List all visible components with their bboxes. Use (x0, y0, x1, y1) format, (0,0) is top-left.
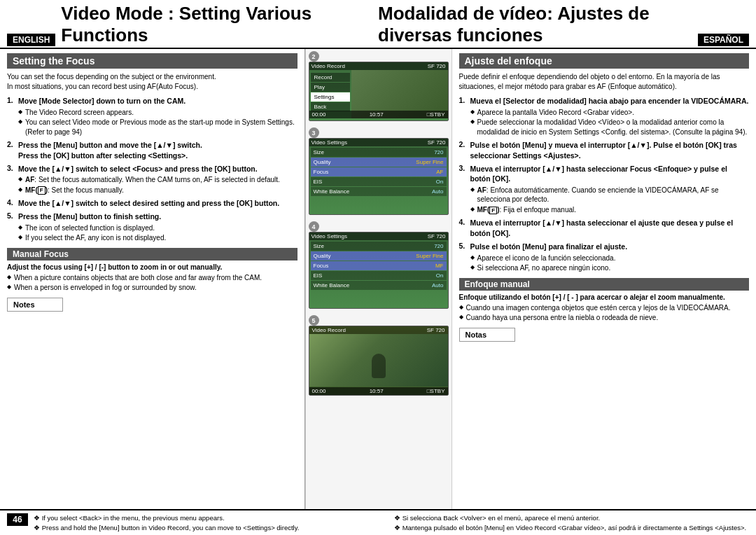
manual-focus-header-right: Enfoque manual (459, 278, 750, 291)
page-number: 46 (7, 513, 28, 526)
manual-focus-bold-right: Enfoque utilizando el botón [+] / [ - ] … (459, 293, 750, 301)
screen-num-5: 5 (309, 315, 319, 326)
manual-focus-left: Manual Focus Adjust the focus using [+] … (7, 248, 298, 293)
lang-tag-english: ENGLISH (7, 34, 55, 46)
screen4-top: Video Settings SF 720 (309, 232, 448, 240)
screen2-top: Video Record SF 720 (309, 62, 448, 70)
left-step-5: 5. Press the [Menu] button to finish set… (7, 211, 298, 244)
right-step-3: 3. Mueva el interruptor [▲/▼] hasta sele… (459, 164, 750, 216)
three-col-layout: Setting the Focus You can set the focus … (0, 49, 756, 509)
right-intro: Puede definir el enfoque dependiendo del… (459, 72, 750, 92)
screen-3-wrapper: 3 Video Settings SF 720 Size720 QualityS… (309, 127, 449, 215)
screen3-rows: Size720 QualitySuper Fine FocusAF EISOn … (309, 146, 448, 197)
right-step-1: 1. Mueva el [Selector de modalidad] haci… (459, 96, 750, 137)
screen5-bottom: 00:00 10:57 □STBY (309, 387, 448, 395)
screen-num-4: 4 (309, 221, 319, 232)
title-left: Video Mode : Setting Various Functions (61, 3, 378, 46)
screen3-top: Video Settings SF 720 (309, 139, 448, 146)
screen5-top: Video Record SF 720 (309, 326, 448, 334)
left-step-2: 2. Press the [Menu] button and move the … (7, 140, 298, 160)
middle-column: 2 Video Record SF 720 Record Play Settin… (305, 49, 452, 509)
footer-text-left: ❖ If you select <Back> in the menu, the … (34, 513, 388, 532)
header-left: ENGLISH Video Mode : Setting Various Fun… (7, 3, 378, 46)
lang-tag-espanol: ESPAÑOL (698, 34, 749, 46)
screen-5-wrapper: 5 Video Record SF 720 00:00 10:57 □STBY (309, 314, 449, 396)
screen-3-settings: Video Settings SF 720 Size720 QualitySup… (309, 138, 449, 215)
left-step-4: 4. Move the [▲/▼] switch to select desir… (7, 198, 298, 209)
screen-2-menu: Video Record SF 720 Record Play Settings… (309, 62, 449, 121)
right-step-4: 4. Mueva el interruptor [▲/▼] hasta sele… (459, 218, 750, 238)
manual-focus-header-left: Manual Focus (7, 248, 298, 260)
screen-5-video: Video Record SF 720 00:00 10:57 □STBY (309, 326, 449, 396)
header-row: ENGLISH Video Mode : Setting Various Fun… (0, 0, 756, 49)
footer-text-right: ❖ Si selecciona Back <Volver> en el menú… (394, 513, 749, 532)
screen4-rows: Size720 QualitySuper Fine FocusMF EISOn … (309, 240, 448, 291)
manual-focus-bold-left: Adjust the focus using [+] / [-] button … (7, 263, 298, 271)
left-column: Setting the Focus You can set the focus … (0, 49, 305, 509)
title-right: Modalidad de vídeo: Ajustes de diversas … (378, 3, 692, 46)
header-right: Modalidad de vídeo: Ajustes de diversas … (378, 3, 749, 46)
left-step-1: 1. Move [Mode Selector] down to turn on … (7, 96, 298, 137)
page: ENGLISH Video Mode : Setting Various Fun… (0, 0, 756, 535)
screen-2-wrapper: 2 Video Record SF 720 Record Play Settin… (309, 50, 449, 121)
notes-box-right: Notas (459, 328, 515, 342)
left-section-header: Setting the Focus (7, 53, 298, 69)
notes-title-left: Notes (13, 300, 35, 309)
manual-focus-bullets-left: When a picture contains objects that are… (7, 273, 298, 293)
screen2-bottom: 00:00 10:57 □STBY (309, 111, 448, 118)
notes-title-right: Notas (465, 331, 487, 339)
notes-box-left: Notes (7, 298, 63, 312)
left-intro: You can set the focus depending on the s… (7, 72, 298, 92)
right-step-2: 2. Pulse el botón [Menu] y mueva el inte… (459, 140, 750, 160)
screen-num-3: 3 (309, 127, 319, 138)
screen5-preview (309, 334, 448, 387)
screen-4-settings: Video Settings SF 720 Size720 QualitySup… (309, 232, 449, 309)
manual-focus-right: Enfoque manual Enfoque utilizando el bot… (459, 278, 750, 323)
screen-num-2: 2 (309, 51, 319, 62)
right-steps: 1. Mueva el [Selector de modalidad] haci… (459, 96, 750, 274)
manual-focus-bullets-right: Cuando una imagen contenga objetos que e… (459, 303, 750, 323)
right-column: Ajuste del enfoque Puede definir el enfo… (452, 49, 757, 509)
right-section-header: Ajuste del enfoque (459, 53, 750, 69)
screen-4-wrapper: 4 Video Settings SF 720 Size720 QualityS… (309, 221, 449, 309)
left-steps: 1. Move [Mode Selector] down to turn on … (7, 96, 298, 244)
right-step-5: 5. Pulse el botón [Menu] para finalizar … (459, 242, 750, 274)
person-silhouette (372, 354, 386, 378)
step1-bullets: The Video Record screen appears. You can… (18, 108, 298, 137)
left-step-3: 3. Move the [▲/▼] switch to select <Focu… (7, 164, 298, 196)
footer: 46 ❖ If you select <Back> in the menu, t… (0, 509, 756, 535)
